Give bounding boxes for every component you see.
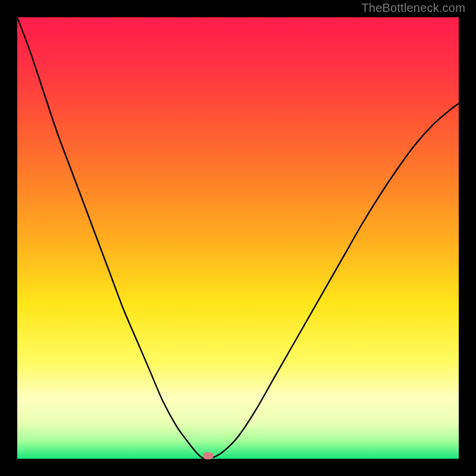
chart-frame: TheBottleneck.com <box>0 0 476 476</box>
gradient-background <box>17 17 459 459</box>
plot-svg <box>17 17 459 459</box>
minimum-marker <box>203 452 214 459</box>
watermark-text: TheBottleneck.com <box>361 1 465 15</box>
plot-area <box>17 17 459 459</box>
